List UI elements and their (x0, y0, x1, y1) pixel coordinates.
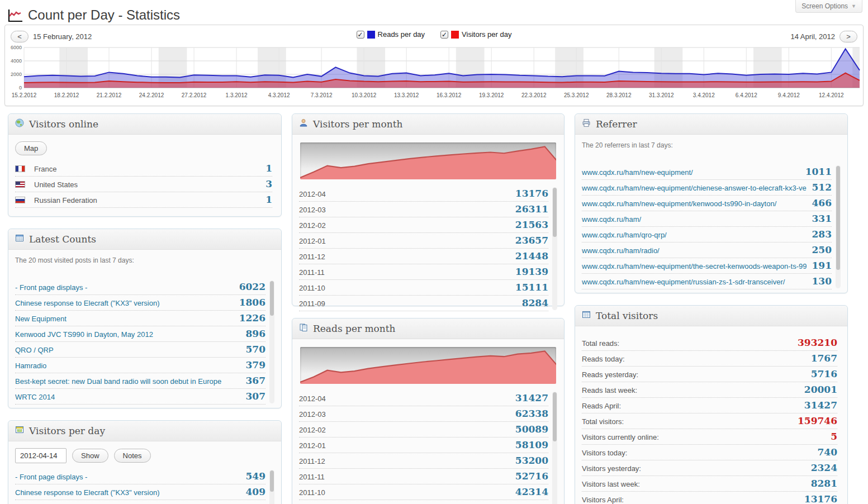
svg-text:21.2.2012: 21.2.2012 (97, 92, 122, 98)
item-value: 5 (831, 431, 837, 441)
list-item: www.cqdx.ru/ham/331 (582, 211, 832, 227)
item-value: 1011 (805, 167, 832, 177)
list-item: www.cqdx.ru/ham/new-equipment/kenwood-ts… (582, 196, 832, 211)
latest-counts-header: Latest Counts (8, 229, 281, 250)
svg-text:22.3.2012: 22.3.2012 (521, 92, 547, 98)
list-item: Kenwood JVC TS990 in Dayton, May 2012102 (15, 500, 265, 504)
item-value: 58109 (515, 440, 548, 450)
scrollbar-thumb[interactable] (553, 188, 557, 237)
svg-text:6000: 6000 (11, 45, 22, 50)
pages-icon (299, 323, 308, 334)
list-item: www.cqdx.ru/ham/new-equipment/1011 (582, 164, 832, 180)
item-value: 1 (265, 194, 272, 205)
scrollbar-thumb[interactable] (836, 166, 840, 270)
svg-text:4000: 4000 (11, 58, 22, 64)
item-label: Visitors April: (582, 495, 799, 504)
svg-text:6.4.2012: 6.4.2012 (736, 92, 757, 98)
item-value: 23657 (515, 235, 548, 245)
item-value: 62338 (515, 408, 548, 419)
item-value: 191 (812, 260, 832, 270)
item-value: 250 (812, 245, 832, 255)
svg-text:31.3.2012: 31.3.2012 (649, 92, 674, 98)
list-item: Reads today:1767 (582, 351, 837, 367)
list-item: France1 (15, 161, 272, 177)
total-visitors-header: Total visitors (575, 306, 847, 326)
show-button[interactable]: Show (72, 449, 108, 463)
svg-text:24.2.2012: 24.2.2012 (139, 92, 164, 98)
list-item: Hamradio379 (15, 358, 265, 373)
item-label: Reads last week: (582, 386, 799, 396)
map-button[interactable]: Map (15, 141, 47, 155)
item-label: 2012-03 (299, 205, 510, 215)
item-value: 19139 (515, 267, 548, 277)
item-link[interactable]: - Front page displays - (15, 283, 234, 293)
svg-text:9.4.2012: 9.4.2012 (778, 92, 800, 98)
visitors-per-day-header: 10 Visitors per day (8, 421, 281, 441)
item-value: 740 (818, 447, 838, 457)
item-link[interactable]: Chinese response to Elecraft ("KX3" vers… (15, 298, 234, 308)
item-link[interactable]: www.cqdx.ru/ham/new-equipment/kenwood-ts… (582, 199, 807, 209)
item-link[interactable]: www.cqdx.ru/ham/ (582, 215, 807, 225)
reads-month-sparkline (300, 347, 556, 384)
item-link[interactable]: www.cqdx.ru/ham/new-equipment/russian-zs… (582, 277, 807, 287)
printer-icon (582, 118, 591, 130)
item-label: United States (34, 180, 260, 190)
screen-options-button[interactable]: Screen Options ▼ (795, 0, 862, 13)
svg-text:0: 0 (19, 85, 22, 91)
notes-button[interactable]: Notes (114, 449, 151, 463)
scrollbar-thumb[interactable] (553, 392, 557, 441)
calendar-day-icon: 10 (15, 425, 24, 436)
item-link[interactable]: www.cqdx.ru/ham/new-equipment/ (582, 168, 800, 178)
legend-checkbox[interactable]: ✓ (357, 31, 364, 39)
prev-period-button[interactable]: < (11, 31, 29, 42)
list-item: - Front page displays -549 (15, 469, 265, 484)
item-link[interactable]: Chinese response to Elecraft ("KX3" vers… (15, 488, 240, 498)
item-link[interactable]: www.cqdx.ru/ham/new-equipment/chienese-a… (582, 183, 807, 193)
list-item: 2011-0920595 (299, 500, 548, 504)
item-link[interactable]: www.cqdx.ru/ham/qro-qrp/ (582, 230, 807, 240)
item-link[interactable]: Best-kept secret: new Dual band radio wi… (15, 377, 240, 387)
item-link[interactable]: New Equipment (15, 314, 234, 324)
visitors-online-panel: Visitors online Map France1United States… (8, 113, 282, 217)
list-item: Best-kept secret: new Dual band radio wi… (15, 373, 265, 389)
item-label: 2012-02 (299, 425, 510, 435)
item-link[interactable]: QRO / QRP (15, 345, 240, 355)
list-item: 2012-0250089 (299, 422, 548, 438)
list-item: 2011-1015111 (299, 280, 548, 296)
svg-text:10.3.2012: 10.3.2012 (352, 92, 377, 98)
svg-text:3.4.2012: 3.4.2012 (693, 92, 715, 98)
list-item: 2011-1221448 (299, 249, 548, 264)
item-link[interactable]: Hamradio (15, 361, 240, 371)
item-link[interactable]: www.cqdx.ru/ham/radio/ (582, 246, 807, 256)
item-link[interactable]: Kenwood JVC TS990 in Dayton, May 2012 (15, 330, 240, 340)
item-link[interactable]: WRTC 2014 (15, 392, 240, 402)
item-link[interactable]: - Front page displays - (15, 472, 240, 482)
date-input[interactable] (15, 448, 67, 463)
item-value: 1226 (239, 313, 265, 323)
svg-text:15.2.2012: 15.2.2012 (12, 92, 37, 98)
list-item: Reads April:31427 (582, 398, 837, 413)
legend-checkbox[interactable]: ✓ (440, 31, 448, 39)
globe-icon (15, 118, 24, 130)
next-period-button[interactable]: > (839, 31, 857, 42)
list-item: - Front page displays -6022 (15, 279, 265, 295)
item-value: 21448 (515, 251, 548, 261)
item-link[interactable]: www.cqdx.ru/ham/new-equipment/the-secret… (582, 261, 807, 272)
scrollbar-thumb[interactable] (270, 281, 274, 316)
total-visitors-panel: Total visitors Total reads:393210Reads t… (575, 305, 848, 504)
scrollbar-thumb[interactable] (270, 470, 274, 492)
item-label: Total reads: (582, 339, 792, 349)
flag-fr-icon (15, 165, 25, 172)
svg-text:2000: 2000 (11, 72, 22, 77)
item-label: 2012-04 (299, 189, 510, 199)
dashboard-columns: Visitors online Map France1United States… (0, 113, 868, 504)
list-item: 2012-0362338 (299, 406, 548, 422)
svg-text:12.4.2012: 12.4.2012 (819, 92, 844, 98)
page-title: Count per Day - Statistics (28, 7, 180, 23)
legend-label: Reads per day (378, 30, 425, 39)
list-item: www.cqdx.ru/ham/qro-qrp/283 (582, 227, 832, 243)
list-item: Total visitors:159746 (582, 413, 837, 429)
chart-end-date: 14 April, 2012 (790, 32, 835, 41)
list-item: QRO / QRP570 (15, 342, 265, 358)
svg-text:16.3.2012: 16.3.2012 (437, 92, 462, 98)
